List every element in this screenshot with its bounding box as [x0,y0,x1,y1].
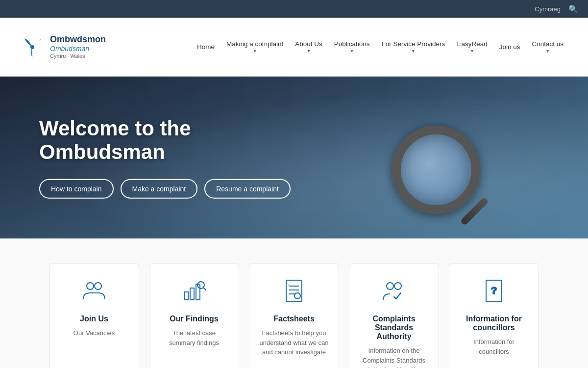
cymraeg-link[interactable]: Cymraeg [535,5,561,13]
logo-sub-name: Ombudsman [50,45,106,53]
site-header: Ombwdsmon Ombudsman Cymru · Wales Home M… [0,18,588,77]
chevron-down-icon: ▼ [545,49,550,53]
svg-point-6 [197,282,204,289]
card-our-findings[interactable]: Our Findings The latest case summary fin… [149,263,239,368]
nav-home[interactable]: Home [192,40,220,53]
logo-main-name: Ombwdsmon [50,34,106,45]
document-lines-icon [281,278,307,308]
svg-text:?: ? [491,285,497,296]
svg-point-0 [30,45,34,49]
card-complaints-standards-desc: Information on the Complaints Standards … [359,346,429,368]
magnifier-circle [392,126,480,214]
nav-publications[interactable]: Publications ▼ [329,37,375,56]
chart-search-icon [181,278,207,308]
card-councillors-desc: Information for councillors [459,337,529,356]
top-bar: Cymraeg 🔍 [0,0,588,18]
logo-tagline: Cymru · Wales [50,53,106,59]
hero-content: Welcome to the Ombudsman How to complain… [39,117,291,199]
svg-rect-4 [190,288,194,300]
cards-row: Join Us Our Vacancies Our Findings The l… [49,263,539,368]
card-join-us-title: Join Us [80,315,108,323]
card-findings-desc: The latest case summary findings [159,328,229,347]
search-icon[interactable]: 🔍 [568,4,578,14]
nav-about-us[interactable]: About Us ▼ [290,37,327,56]
svg-point-13 [387,283,393,289]
how-to-complain-button[interactable]: How to complain [39,179,114,198]
chevron-down-icon: ▼ [411,49,416,53]
nav-easyread[interactable]: EasyRead ▼ [452,37,492,56]
hero-title-line1: Welcome to the [39,117,291,140]
logo-area[interactable]: Ombwdsmon Ombudsman Cymru · Wales [20,34,137,60]
card-complaints-standards[interactable]: Complaints Standards Authority Informati… [349,263,439,368]
hero-buttons: How to complain Make a complaint Resume … [39,179,291,198]
magnifier-decoration [392,126,500,234]
card-factsheets-title: Factsheets [273,315,315,323]
main-nav: Home Making a complaint ▼ About Us ▼ Pub… [137,37,568,56]
card-findings-title: Our Findings [170,315,219,323]
hero-title: Welcome to the Ombudsman [39,117,291,164]
logo-text: Ombwdsmon Ombudsman Cymru · Wales [50,34,106,60]
chevron-down-icon: ▼ [253,49,257,53]
svg-rect-3 [184,292,188,300]
card-factsheets[interactable]: Factsheets Factsheets to help you unders… [249,263,339,368]
nav-making-complaint[interactable]: Making a complaint ▼ [221,37,288,56]
card-info-councillors[interactable]: ? Information for councillors Informatio… [449,263,539,368]
nav-join-us[interactable]: Join us [494,40,525,53]
svg-line-7 [203,288,206,290]
people-icon [81,278,107,308]
people-check-icon [381,278,407,308]
card-join-us-desc: Our Vacancies [74,328,115,338]
cards-section: Join Us Our Vacancies Our Findings The l… [0,238,588,368]
card-complaints-standards-title: Complaints Standards Authority [359,315,429,341]
card-join-us[interactable]: Join Us Our Vacancies [49,263,139,368]
make-complaint-button[interactable]: Make a complaint [121,179,198,198]
resume-complaint-button[interactable]: Resume a complaint [204,179,291,198]
svg-point-1 [87,283,94,289]
svg-point-2 [95,283,101,289]
chevron-down-icon: ▼ [307,49,311,53]
nav-contact-us[interactable]: Contact us ▼ [527,37,568,56]
hero-section: Welcome to the Ombudsman How to complain… [0,77,588,238]
hero-title-line2: Ombudsman [39,140,291,164]
logo-icon [20,34,45,60]
nav-for-service-providers[interactable]: For Service Providers ▼ [377,37,450,56]
svg-point-14 [394,283,401,289]
chevron-down-icon: ▼ [470,49,474,53]
svg-point-12 [294,293,300,299]
doc-question-icon: ? [481,278,507,308]
card-councillors-title: Information for councillors [459,315,529,332]
chevron-down-icon: ▼ [350,49,354,53]
card-factsheets-desc: Factsheets to help you understand what w… [259,328,329,357]
